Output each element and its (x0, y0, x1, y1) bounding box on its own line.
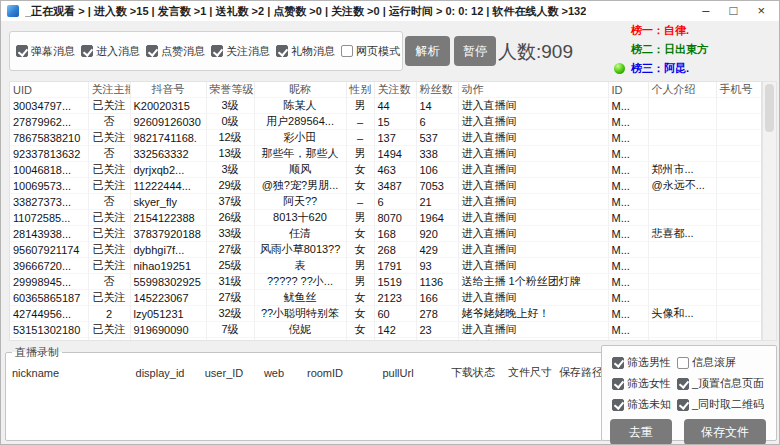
column-header[interactable]: 个人介绍 (648, 82, 716, 98)
table-row[interactable]: 10046818...已关注dyrjxqb2...3级顺风女463106进入直播… (10, 162, 762, 178)
column-header[interactable]: ID (608, 82, 648, 98)
column-header[interactable]: 性别 (346, 82, 374, 98)
leaderboard-text: 榜一：自律. (631, 23, 689, 38)
viewer-count: 人数:909 (498, 39, 573, 65)
checkbox-filter-male[interactable]: 筛选男性 (612, 355, 671, 370)
table-cell (716, 178, 762, 194)
checkbox-like-messages[interactable]: 点赞消息 (146, 44, 205, 59)
column-header[interactable]: 荣誉等级 (206, 82, 254, 98)
table-cell: 进入直播间 (458, 290, 608, 306)
checkbox-danmu-messages[interactable]: 弹幕消息 (16, 44, 75, 59)
table-row[interactable]: 29998945...否5599830292531级????? ??小...男1… (10, 274, 762, 290)
table-cell: 5级 (206, 338, 254, 342)
record-column-header[interactable]: 文件尺寸 (504, 365, 556, 380)
table-cell: 7级 (206, 322, 254, 338)
table-row[interactable]: 60365865187已关注14522306727级鱿鱼丝女2123166进入直… (10, 290, 762, 306)
save-file-button[interactable]: 保存文件 (684, 419, 766, 445)
table-cell: 女 (346, 178, 374, 194)
record-column-header[interactable]: user_ID (196, 367, 252, 379)
record-panel-title: 直播录制 (12, 345, 62, 360)
checkbox-web-mode[interactable]: 网页模式 (341, 44, 400, 59)
table-row[interactable]: 53151302180已关注9196900907级倪妮女14223进入直播间M.… (10, 322, 762, 338)
table-cell: 3级 (206, 98, 254, 114)
table-cell: 25级 (206, 258, 254, 274)
table-cell: 鱿鱼丝 (254, 290, 346, 306)
record-column-header[interactable]: nickname (12, 367, 124, 379)
column-header[interactable]: 关注数 (374, 82, 416, 98)
table-cell: 2123 (374, 290, 416, 306)
record-column-header[interactable]: web (252, 367, 296, 379)
column-header[interactable]: 关注主播 (88, 82, 130, 98)
record-column-header[interactable]: 保存路径 (556, 365, 606, 380)
table-row[interactable]: 10069573...已关注11222444...29级@独?宠?男朋...女3… (10, 178, 762, 194)
table-cell: 37级 (206, 194, 254, 210)
record-column-header[interactable]: roomID (296, 367, 354, 379)
table-cell: 44 (374, 98, 416, 114)
checkbox-enter-messages[interactable]: 进入消息 (81, 44, 140, 59)
table-row[interactable]: 94830499422已关注5795149555级JimmyLi男3486138… (10, 338, 762, 342)
table-cell (648, 194, 716, 210)
table-cell: 男 (346, 210, 374, 226)
table-cell: 已关注 (88, 162, 130, 178)
table-cell: 11222444... (130, 178, 206, 194)
table-cell: 1494 (374, 146, 416, 162)
pause-button[interactable]: 暂停 (454, 36, 496, 66)
table-scrollbar[interactable] (762, 81, 777, 341)
table-row[interactable]: 28143938...已关注3783792018833级任清女168920进入直… (10, 226, 762, 242)
record-column-header[interactable]: display_id (124, 367, 196, 379)
table-cell: 10069573... (10, 178, 88, 194)
table-cell: dybhgi7f... (130, 242, 206, 258)
table-row[interactable]: 39666720...已关注nihao1925125级表男179193进入直播间… (10, 258, 762, 274)
table-cell: @独?宠?男朋... (254, 178, 346, 194)
maximize-icon[interactable]: □ (730, 2, 738, 20)
table-row[interactable]: 30034797...已关注K200203153级陈某人男4414进入直播间M.… (10, 98, 762, 114)
table-cell: 142 (374, 322, 416, 338)
table-row[interactable]: 95607921174已关注dybhgi7f...27级风雨小草8013??女2… (10, 242, 762, 258)
minimize-icon[interactable]: – (702, 2, 709, 20)
checkbox-qrcode-same-time[interactable]: _同时取二维码 (677, 397, 764, 412)
table-cell: 进入直播间 (458, 178, 608, 194)
leaderboard: 榜一：自律.榜二：日出東方榜三：阿昆. (631, 21, 708, 78)
checkbox-filter-female[interactable]: 筛选女性 (612, 376, 671, 391)
table-cell: 39666720... (10, 258, 88, 274)
checkbox-label: 网页模式 (356, 44, 400, 59)
parse-button[interactable]: 解析 (405, 36, 450, 66)
table-cell (716, 242, 762, 258)
table-cell: 21 (416, 194, 458, 210)
record-column-header[interactable]: 下载状态 (442, 365, 504, 380)
table-cell (716, 146, 762, 162)
checkbox-info-scroll[interactable]: 信息滚屏 (677, 355, 764, 370)
dedupe-button[interactable]: 去重 (610, 419, 672, 445)
column-header[interactable]: UID (10, 82, 88, 98)
table-cell: 表 (254, 258, 346, 274)
table-row[interactable]: 78675838210已关注9821741168.12级彩小田–137537进入… (10, 130, 762, 146)
table-row[interactable]: 92337813632否33256333213级那些年，那些人男1494338进… (10, 146, 762, 162)
table-cell: 55998302925 (130, 274, 206, 290)
close-icon[interactable]: × (757, 2, 765, 20)
table-cell: 任清 (254, 226, 346, 242)
table-cell: 头像和... (648, 306, 716, 322)
table-row[interactable]: 42744956...2lzy05123132级??小聪明特别笨女60278姥爷… (10, 306, 762, 322)
record-column-header[interactable]: pullUrl (354, 367, 442, 379)
checkbox-pin-info-page[interactable]: _顶置信息页面 (677, 376, 764, 391)
table-row[interactable]: 33827373...否skyer_fly37级阿天??–621进入直播间M..… (10, 194, 762, 210)
table-cell: 94830499422 (10, 338, 88, 342)
table-cell: 倪妮 (254, 322, 346, 338)
table-cell: 42744956... (10, 306, 88, 322)
column-header[interactable]: 手机号 (716, 82, 762, 98)
column-header[interactable]: 粉丝数 (416, 82, 458, 98)
checkbox-filter-unknown[interactable]: 筛选未知 (612, 397, 671, 412)
table-row[interactable]: 27879962...否926091260300级用户289564...–156… (10, 114, 762, 130)
column-header[interactable]: 动作 (458, 82, 608, 98)
checkbox-gift-messages[interactable]: 礼物消息 (276, 44, 335, 59)
table-cell: 12级 (206, 130, 254, 146)
table-cell: 进入直播间 (458, 98, 608, 114)
checkbox-follow-messages[interactable]: 关注消息 (211, 44, 270, 59)
table-row[interactable]: 11072585...已关注215412238826级8013十620男8070… (10, 210, 762, 226)
column-header[interactable]: 昵称 (254, 82, 346, 98)
scrollbar-thumb[interactable] (765, 84, 774, 132)
column-header[interactable]: 抖音号 (130, 82, 206, 98)
table-cell: 风雨小草8013?? (254, 242, 346, 258)
leaderboard-line: 榜三：阿昆. (631, 59, 708, 78)
table-cell: 阿天?? (254, 194, 346, 210)
